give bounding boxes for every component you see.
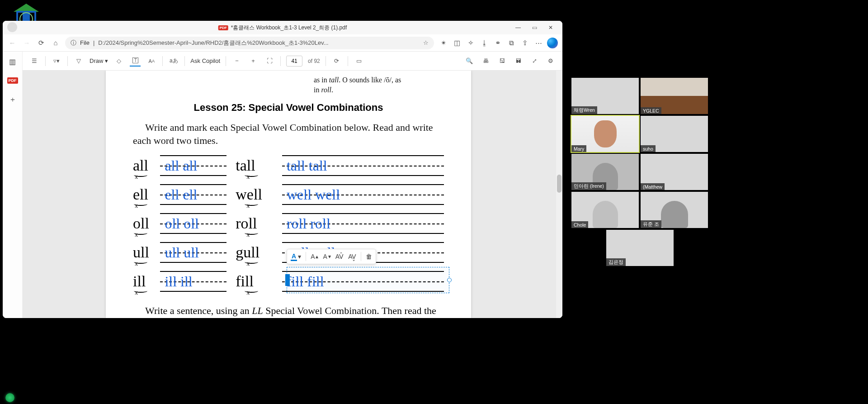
pdf-page: as in tall. O sounds like /ō/, asin roll… (106, 71, 471, 318)
page-total: of 92 (308, 58, 320, 64)
participant-name: Chole (571, 221, 588, 228)
practice-all: all all (160, 155, 226, 176)
participant-tile[interactable]: 김은정 (606, 230, 674, 266)
text-style-icon[interactable]: AA (146, 56, 157, 67)
page-number-input[interactable] (286, 56, 302, 67)
participant-name: 김은정 (606, 258, 626, 266)
pdf-badge-icon: PDF (218, 25, 228, 30)
ex-tall: tallx (236, 157, 273, 174)
star-icon[interactable]: ☆ (423, 39, 429, 46)
vertical-scrollbar[interactable] (556, 71, 562, 318)
highlight-dropdown[interactable]: ▿▾ (51, 56, 62, 67)
participant-name: 채령Wren (571, 106, 597, 114)
participant-name: Mary (571, 145, 586, 152)
row-all: allx all all tallx tall tall (133, 151, 444, 180)
save-as-icon[interactable]: 🖬 (513, 56, 524, 67)
practice-oll: oll oll (160, 213, 226, 234)
print-icon[interactable]: 🖶 (480, 56, 491, 67)
chevron-down-icon: ▾ (105, 57, 108, 64)
zoom-out-button[interactable]: − (231, 56, 242, 67)
page-view-icon[interactable]: ▭ (354, 56, 364, 67)
more-icon[interactable]: ⋯ (533, 38, 543, 48)
address-bar: ← → ⟳ ⌂ ⓘ File | D:/2024/Spring%20Semest… (3, 34, 562, 52)
participant-name: suho (641, 145, 656, 152)
selected-textbox[interactable] (287, 267, 449, 293)
minimize-button[interactable]: — (510, 21, 526, 34)
participant-tile-active[interactable]: Mary (571, 116, 639, 152)
font-decrease-button[interactable]: A▾ (323, 253, 330, 260)
document-title: *홈클래스 Workbook_초1-3 Level 2_최종 (1).pdf (231, 24, 347, 32)
participant-tile[interactable]: (Matthew (641, 154, 708, 190)
participant-name: 유준 조 (641, 220, 661, 228)
participant-tile[interactable]: 민아린 (Irene) (571, 154, 639, 190)
delete-textbox-button[interactable]: 🗑 (366, 253, 372, 260)
ask-copilot-button[interactable]: Ask Copilot (190, 57, 220, 64)
row-oll: ollx oll oll rollx roll roll (133, 209, 444, 238)
save-icon[interactable]: 🖫 (496, 56, 507, 67)
settings-icon[interactable]: ⚙ (545, 56, 556, 67)
draw-button[interactable]: Draw ▾ (90, 57, 108, 64)
erase-icon[interactable]: ◇ (113, 56, 124, 67)
zoom-in-button[interactable]: + (248, 56, 259, 67)
copilot-icon[interactable] (547, 38, 558, 48)
syll-ill: illx (133, 273, 151, 290)
extensions-icon[interactable]: ✴ (439, 38, 448, 48)
add-pane-icon[interactable]: ＋ (6, 93, 19, 106)
fit-width-icon[interactable]: ⛶ (264, 56, 275, 67)
lesson-title: Lesson 25: Special Vowel Combinations (133, 102, 444, 114)
back-button[interactable]: ← (7, 38, 17, 48)
split-screen-icon[interactable]: ◫ (452, 38, 462, 48)
practice-roll: roll roll (282, 213, 444, 234)
text-color-button[interactable]: A ▾ (291, 252, 301, 261)
search-icon[interactable]: 🔍 (464, 56, 475, 67)
pdf-toolbar: ☰ ▿▾ ▽ Draw ▾ ◇ 🅃 AA aあ Ask Copilot − + … (23, 52, 562, 71)
participant-tile[interactable]: 채령Wren (571, 78, 639, 114)
share-icon[interactable]: ⇪ (520, 38, 530, 48)
textbox-tool[interactable]: 🅃 (130, 56, 141, 67)
close-button[interactable]: ✕ (542, 21, 559, 34)
taskbar-app-icon[interactable] (5, 393, 14, 402)
url-sep: | (93, 39, 94, 46)
participant-tile[interactable]: Chole (571, 192, 639, 228)
vertical-sidebar: ▥ PDF ＋ (3, 52, 23, 318)
svg-marker-0 (14, 4, 39, 12)
ex-roll: rollx (236, 215, 273, 232)
edge-window: PDF *홈클래스 Workbook_초1-3 Level 2_최종 (1).p… (3, 21, 562, 318)
rotate-icon[interactable]: ⟳ (331, 56, 342, 67)
syll-all: allx (133, 157, 151, 174)
url-scheme: File (80, 39, 90, 46)
spacing-decrease-button[interactable]: AV̬ (348, 253, 356, 260)
profile-avatar[interactable] (7, 22, 17, 32)
row-ell: ellx ell ell wellx well well (133, 180, 444, 209)
video-gallery: 채령Wren YGLEC Mary suho 민아린 (Irene) (Matt… (571, 78, 710, 266)
translate-icon[interactable]: aあ (168, 56, 179, 67)
spacing-increase-button[interactable]: AV̂ (335, 253, 344, 260)
screenshot-icon[interactable]: ⧉ (506, 38, 516, 48)
downloads-icon[interactable]: ⭳ (479, 38, 489, 48)
participant-name: 민아린 (Irene) (571, 182, 606, 190)
practice-ull: ull ull (160, 242, 226, 263)
contents-icon[interactable]: ☰ (29, 56, 40, 67)
participant-tile[interactable]: 유준 조 (641, 192, 708, 228)
site-info-icon[interactable]: ⓘ (71, 39, 76, 47)
ex-gull: gullx (236, 244, 273, 261)
tabs-pane-icon[interactable]: ▥ (6, 55, 19, 68)
participant-tile[interactable]: YGLEC (641, 78, 708, 114)
maximize-button[interactable]: ▭ (526, 21, 542, 34)
draw-selector-icon[interactable]: ▽ (73, 56, 84, 67)
scrollbar-thumb[interactable] (557, 175, 561, 193)
collections-icon[interactable]: ⚭ (493, 38, 503, 48)
url-field[interactable]: ⓘ File | D:/2024/Spring%20Semester-April… (65, 37, 434, 49)
ex-fill: fillx (236, 273, 273, 290)
pdf-pane-icon[interactable]: PDF (6, 74, 19, 87)
url-text: D:/2024/Spring%20Semester-April~June/RHD… (98, 39, 328, 47)
refresh-button[interactable]: ⟳ (36, 38, 46, 48)
font-increase-button[interactable]: A▴ (311, 253, 318, 260)
participant-tile[interactable]: suho (641, 116, 708, 152)
pdf-viewport[interactable]: as in tall. O sounds like /ō/, asin roll… (23, 71, 562, 318)
home-button[interactable]: ⌂ (51, 38, 61, 48)
favorites-icon[interactable]: ✧ (466, 38, 476, 48)
participant-name: YGLEC (641, 107, 661, 114)
tab-title: PDF *홈클래스 Workbook_초1-3 Level 2_최종 (1).p… (218, 24, 347, 32)
fullscreen-icon[interactable]: ⤢ (529, 56, 540, 67)
